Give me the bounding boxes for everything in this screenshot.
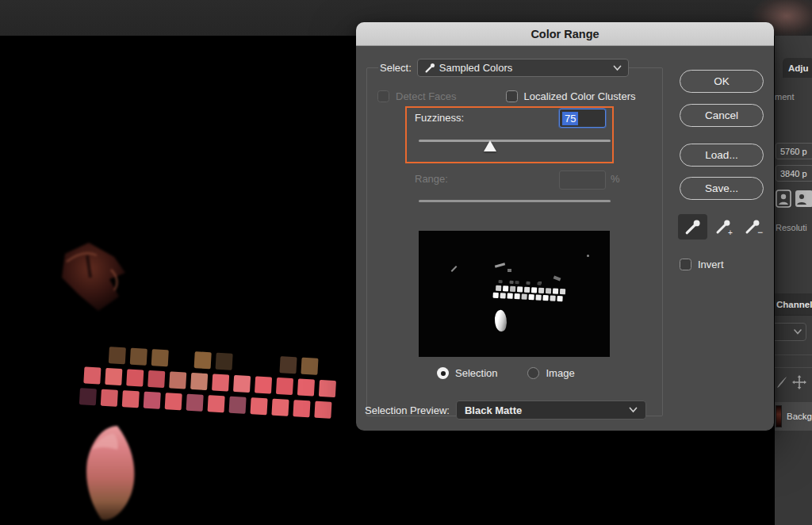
selection-preview-value: Black Matte bbox=[465, 404, 629, 416]
swatch bbox=[186, 394, 204, 412]
ok-button[interactable]: OK bbox=[680, 70, 764, 93]
doc-height-field[interactable]: 3840 p bbox=[776, 165, 812, 182]
hand-shape bbox=[41, 238, 140, 317]
eyedropper-tool-selected[interactable] bbox=[678, 214, 707, 240]
load-button[interactable]: Load... bbox=[680, 144, 764, 167]
localized-clusters-checkbox[interactable] bbox=[506, 90, 518, 102]
selection-radio-label: Selection bbox=[455, 367, 497, 379]
swatch bbox=[79, 388, 97, 405]
swatch bbox=[250, 397, 267, 415]
swatch bbox=[503, 285, 508, 291]
landscape-icon[interactable] bbox=[795, 190, 812, 208]
swatch bbox=[542, 295, 548, 301]
swatch bbox=[515, 281, 519, 284]
color-range-dialog: Color Range Select: Sampled Colors Detec… bbox=[356, 22, 774, 431]
swatch bbox=[109, 347, 126, 364]
eyedropper-minus-tool[interactable]: − bbox=[744, 217, 764, 236]
swatch bbox=[535, 294, 541, 300]
swatch bbox=[130, 348, 147, 366]
swatch bbox=[507, 293, 512, 299]
swatch bbox=[151, 349, 169, 366]
swatch bbox=[83, 366, 101, 384]
move-icon[interactable] bbox=[792, 375, 806, 389]
dialog-title: Color Range bbox=[530, 28, 599, 40]
preview-speck bbox=[451, 266, 458, 272]
layer-row-background[interactable]: Backg bbox=[775, 402, 812, 431]
tab-adjustments[interactable]: Adju bbox=[783, 58, 812, 78]
eyedropper-plus-tool[interactable]: + bbox=[714, 217, 735, 236]
swatch bbox=[546, 288, 551, 293]
swatch bbox=[319, 380, 336, 397]
svg-text:−: − bbox=[757, 227, 763, 236]
swatch bbox=[550, 295, 555, 301]
swatch bbox=[212, 374, 229, 391]
swatch bbox=[293, 400, 310, 417]
swatch bbox=[297, 378, 315, 396]
brush-icon[interactable] bbox=[776, 375, 788, 389]
fuzziness-label: Fuzziness: bbox=[415, 112, 464, 124]
swatch bbox=[101, 389, 118, 407]
fuzziness-input[interactable]: 75 bbox=[559, 109, 606, 128]
swatch bbox=[301, 358, 318, 375]
image-radio[interactable] bbox=[527, 367, 539, 379]
doc-width-field[interactable]: 5760 p bbox=[776, 143, 812, 159]
swatch bbox=[144, 392, 161, 409]
swatch bbox=[528, 294, 534, 300]
swatch bbox=[496, 285, 501, 291]
range-unit: % bbox=[611, 173, 620, 185]
chevron-down-icon bbox=[629, 407, 638, 413]
select-label: Select: bbox=[378, 62, 417, 74]
swatch bbox=[105, 368, 122, 385]
swatch bbox=[493, 293, 499, 298]
swatch bbox=[538, 288, 544, 293]
select-value: Sampled Colors bbox=[439, 62, 610, 74]
tab-channels[interactable]: Channel bbox=[775, 293, 812, 316]
swatch bbox=[255, 376, 272, 393]
layer-thumbnail bbox=[776, 405, 782, 427]
selection-preview-dropdown[interactable]: Black Matte bbox=[456, 400, 646, 420]
cancel-button[interactable]: Cancel bbox=[680, 104, 764, 127]
photoshop-window: Adju ment 5760 p 3840 p Resoluti Channel bbox=[0, 0, 812, 525]
fuzziness-slider[interactable] bbox=[419, 140, 611, 142]
save-button[interactable]: Save... bbox=[680, 177, 764, 200]
invert-checkbox[interactable] bbox=[680, 259, 691, 270]
select-dropdown[interactable]: Sampled Colors bbox=[417, 59, 629, 77]
localized-clusters-label: Localized Color Clusters bbox=[524, 90, 636, 102]
swatch bbox=[521, 293, 527, 299]
swatch bbox=[500, 293, 506, 298]
svg-text:+: + bbox=[728, 228, 733, 236]
portrait-icon[interactable] bbox=[776, 190, 791, 208]
dialog-titlebar[interactable]: Color Range bbox=[356, 22, 774, 46]
channels-dropdown[interactable] bbox=[775, 323, 806, 341]
detect-faces-label: Detect Faces bbox=[396, 90, 457, 102]
selection-preview-thumbnail[interactable] bbox=[419, 231, 610, 357]
invert-label: Invert bbox=[698, 259, 724, 270]
selection-radio[interactable] bbox=[437, 367, 449, 379]
swatch bbox=[126, 369, 144, 386]
preview-speck bbox=[495, 262, 505, 267]
eyeshadow-palette bbox=[75, 345, 337, 423]
swatch bbox=[190, 373, 208, 390]
swatch bbox=[271, 399, 289, 416]
properties-panel: Adju ment 5760 p 3840 p Resoluti Channel bbox=[775, 36, 812, 525]
swatch bbox=[229, 397, 247, 414]
preview-brush-blob bbox=[493, 309, 508, 332]
swatch bbox=[279, 356, 297, 374]
layer-name: Backg bbox=[787, 412, 812, 421]
range-input bbox=[559, 171, 606, 190]
swatch bbox=[147, 370, 165, 388]
swatch bbox=[517, 286, 523, 292]
swatch bbox=[553, 289, 558, 294]
chevron-down-icon bbox=[613, 65, 622, 71]
fuzziness-slider-thumb[interactable] bbox=[484, 140, 496, 151]
range-label: Range: bbox=[415, 173, 448, 185]
preview-speck bbox=[508, 269, 511, 272]
swatch bbox=[524, 287, 530, 293]
preview-palette-cluster bbox=[492, 280, 565, 304]
swatch bbox=[276, 377, 293, 395]
swatch bbox=[510, 286, 515, 292]
swatch bbox=[208, 395, 225, 412]
swatch bbox=[233, 375, 251, 393]
divider bbox=[775, 367, 812, 368]
detect-faces-checkbox[interactable] bbox=[377, 90, 389, 102]
